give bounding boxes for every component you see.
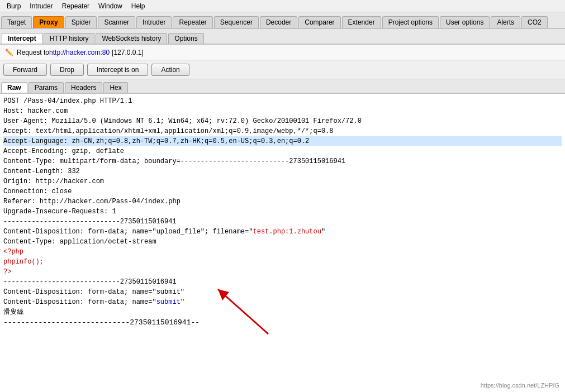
tab-scanner[interactable]: Scanner — [98, 16, 135, 28]
menu-intruder[interactable]: Intruder — [25, 1, 57, 11]
request-line: -----------------------------27350115016… — [3, 277, 562, 287]
content-tab-params[interactable]: Params — [29, 82, 64, 93]
menu-window[interactable]: Window — [94, 1, 127, 11]
request-line: ?> — [3, 267, 562, 277]
subtab-options[interactable]: Options — [168, 33, 203, 44]
request-line: User-Agent: Mozilla/5.0 (Windows NT 6.1;… — [3, 116, 562, 126]
chinese-text-line: -----------------------------27350115016… — [3, 318, 200, 327]
subtab-intercept[interactable]: Intercept — [2, 33, 42, 44]
content-tab-raw[interactable]: Raw — [1, 82, 27, 93]
line-text: " — [321, 228, 325, 236]
content-tab-hex[interactable]: Hex — [103, 82, 127, 93]
subtab-http-history[interactable]: HTTP history — [44, 33, 95, 44]
request-line: Accept-Encoding: gzip, deflate — [3, 146, 562, 156]
request-url[interactable]: http://hacker.com:80 — [49, 49, 110, 56]
content-tab-headers[interactable]: Headers — [65, 82, 102, 93]
request-line: Referer: http://hacker.com/Pass-04/index… — [3, 197, 562, 207]
line-text: Content-Disposition: form-data; name="up… — [3, 228, 253, 236]
request-prefix: Request to — [17, 49, 49, 56]
request-line: Content-Length: 332 — [3, 166, 562, 176]
request-line: 滑叟絲 — [3, 307, 562, 317]
menu-burp[interactable]: Burp — [2, 1, 25, 11]
request-line: Content-Disposition: form-data; name="su… — [3, 297, 562, 307]
php-open-tag: <?php — [3, 248, 23, 256]
filename-highlight: test.php:1.zhutou — [253, 228, 321, 236]
sub-tabs: Intercept HTTP history WebSockets histor… — [0, 29, 565, 45]
pencil-icon: ✏️ — [4, 48, 13, 57]
request-line: Content-Type: multipart/form-data; bound… — [3, 156, 562, 166]
tab-repeater[interactable]: Repeater — [173, 16, 212, 28]
menu-help[interactable]: Help — [127, 1, 150, 11]
request-line: Host: hacker.com — [3, 106, 562, 116]
app-window: Burp Intruder Repeater Window Help Targe… — [0, 0, 565, 392]
main-tabs: Target Proxy Spider Scanner Intruder Rep… — [0, 12, 565, 29]
line-text: " — [181, 298, 184, 306]
request-line: -----------------------------27350115016… — [3, 217, 562, 227]
tab-target[interactable]: Target — [1, 16, 32, 28]
request-bar: ✏️ Request to http://hacker.com:80 [127.… — [0, 45, 565, 60]
request-line: Origin: http://hacker.com — [3, 176, 562, 187]
request-ip: [127.0.0.1] — [112, 49, 144, 56]
request-line: Upgrade-Insecure-Requests: 1 — [3, 207, 562, 217]
tab-extender[interactable]: Extender — [342, 16, 381, 28]
tab-intruder[interactable]: Intruder — [136, 16, 172, 28]
tab-spider[interactable]: Spider — [65, 16, 97, 28]
request-line: Connection: close — [3, 187, 562, 197]
intercept-toggle[interactable]: Intercept is on — [87, 64, 148, 76]
tab-user-options[interactable]: User options — [440, 16, 490, 28]
tab-sequencer[interactable]: Sequencer — [214, 16, 259, 28]
tab-project-options[interactable]: Project options — [382, 16, 439, 28]
request-content[interactable]: POST /Pass-04/index.php HTTP/1.1Host: ha… — [0, 94, 565, 392]
request-line: POST /Pass-04/index.php HTTP/1.1 — [3, 96, 562, 106]
menu-bar: Burp Intruder Repeater Window Help — [0, 0, 565, 12]
request-line: Content-Disposition: form-data; name="up… — [3, 227, 562, 237]
php-close-tag: ?> — [3, 268, 11, 276]
tab-proxy[interactable]: Proxy — [33, 16, 64, 28]
content-tabs: Raw Params Headers Hex — [0, 79, 565, 94]
tab-comparer[interactable]: Comparer — [298, 16, 340, 28]
watermark: https://blog.csdn.net/LZHPIG — [481, 382, 559, 389]
request-line: Accept-Language: zh-CN,zh;q=0.8,zh-TW;q=… — [3, 136, 562, 146]
request-line: phpinfo(); — [3, 257, 562, 267]
forward-button[interactable]: Forward — [3, 64, 47, 76]
tab-decoder[interactable]: Decoder — [260, 16, 297, 28]
request-line: <?php — [3, 247, 562, 257]
drop-button[interactable]: Drop — [50, 64, 84, 76]
button-bar: Forward Drop Intercept is on Action — [0, 60, 565, 79]
content-wrapper: POST /Pass-04/index.php HTTP/1.1Host: ha… — [0, 94, 565, 392]
request-line: -----------------------------27350115016… — [3, 317, 562, 328]
action-button[interactable]: Action — [151, 64, 189, 76]
request-line: Accept: text/html,application/xhtml+xml,… — [3, 126, 562, 136]
request-line: Content-Disposition: form-data; name="su… — [3, 287, 562, 297]
line-text: Content-Disposition: form-data; name=" — [3, 298, 156, 306]
tab-alerts[interactable]: Alerts — [491, 16, 520, 28]
submit-highlight: submit — [156, 298, 181, 306]
php-code: phpinfo(); — [3, 258, 44, 266]
menu-repeater[interactable]: Repeater — [58, 1, 94, 11]
subtab-websockets[interactable]: WebSockets history — [96, 33, 167, 44]
tab-co2[interactable]: CO2 — [521, 16, 548, 28]
request-line: Content-Type: application/octet-stream — [3, 237, 562, 247]
